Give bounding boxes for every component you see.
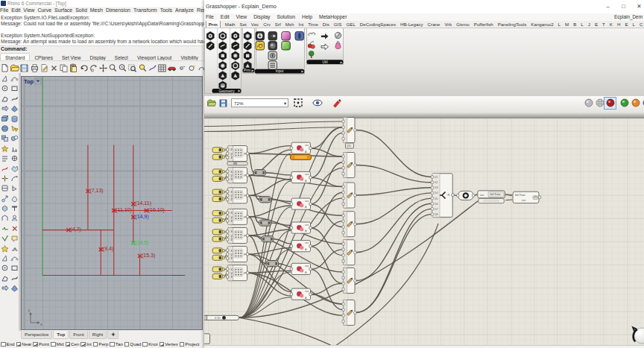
svg-text:Input: Input <box>276 69 284 73</box>
svg-text:(14,11): (14,11) <box>135 200 151 206</box>
svg-text:(4,7): (4,7) <box>70 227 80 232</box>
svg-text:xxx: xxx <box>305 265 309 268</box>
svg-text:D1: D1 <box>435 176 438 179</box>
svg-text:(11,10): (11,10) <box>116 207 132 213</box>
svg-text:xxx: xxx <box>305 200 309 203</box>
svg-text:Inf.Tree: Inf.Tree <box>490 192 501 196</box>
svg-text:x: x <box>40 322 42 326</box>
svg-text:(P): (P) <box>534 196 537 199</box>
svg-text:Top: Top <box>24 78 34 85</box>
svg-text:D4: D4 <box>435 192 438 194</box>
svg-text:D3: D3 <box>435 186 438 189</box>
svg-text:Geometry: Geometry <box>218 89 235 93</box>
svg-text:R: R <box>448 194 450 197</box>
svg-text:xxx: xxx <box>305 144 309 147</box>
svg-text:crv: crv <box>522 198 525 202</box>
svg-text:D2: D2 <box>435 181 438 184</box>
svg-text:(16,10): (16,10) <box>148 207 165 213</box>
svg-text:(7,13): (7,13) <box>89 188 103 194</box>
svg-text:y: y <box>28 308 31 312</box>
svg-text:(9,4): (9,4) <box>103 246 113 252</box>
svg-text:(15,3): (15,3) <box>142 253 155 259</box>
svg-text:(14,9): (14,9) <box>135 214 148 220</box>
svg-text:Util: Util <box>323 60 328 64</box>
svg-text:xxx: xxx <box>305 173 309 176</box>
svg-text:0%: 0% <box>347 145 352 148</box>
svg-text:D8: D8 <box>435 213 438 216</box>
svg-text:D6: D6 <box>435 203 438 206</box>
svg-text:0.50: 0.50 <box>215 317 220 320</box>
svg-text:D7: D7 <box>435 208 438 211</box>
svg-text:xxx: xxx <box>305 241 309 244</box>
svg-text:crv: crv <box>480 193 484 197</box>
svg-text:xxx: xxx <box>305 224 309 227</box>
svg-text:Inf.Tree: Inf.Tree <box>515 193 525 197</box>
svg-text:D5: D5 <box>435 197 438 200</box>
svg-text:xxx: xxx <box>305 290 309 293</box>
svg-text:(14,5): (14,5) <box>135 240 148 246</box>
